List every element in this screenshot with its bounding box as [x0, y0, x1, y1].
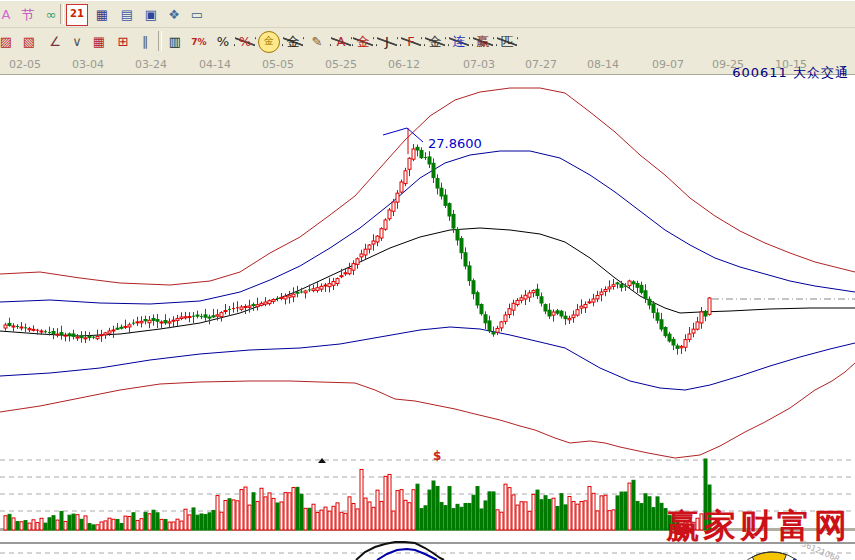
candle-body	[180, 317, 183, 318]
fill-hatch-icon[interactable]: ▨	[0, 31, 17, 53]
candle-body	[580, 306, 583, 308]
percent-line-icon[interactable]: 7%	[188, 31, 210, 53]
stock-code-label: 600611 大众交通	[732, 64, 849, 82]
candle-body	[240, 307, 243, 309]
candle-body	[500, 322, 503, 328]
candle-body	[352, 264, 355, 271]
candle-body	[60, 333, 63, 335]
candle-body	[12, 326, 15, 327]
volume-bar	[580, 501, 583, 530]
network-icon[interactable]: ❖	[163, 4, 185, 26]
candle-body	[212, 316, 215, 317]
hatch-icon[interactable]: ▧	[18, 31, 40, 53]
festival-icon[interactable]: 节	[17, 4, 39, 26]
volume-bar	[572, 502, 575, 530]
save-icon[interactable]: ▣	[140, 4, 162, 26]
volume-bar	[100, 522, 103, 530]
candle-body	[420, 150, 423, 157]
lian-line-icon[interactable]: 连	[448, 31, 470, 53]
volume-bar	[284, 493, 287, 530]
volume-bar	[576, 504, 579, 530]
volume-bar	[40, 518, 43, 530]
f-line-icon[interactable]: F	[400, 31, 422, 53]
gold-coin-icon[interactable]: 金	[258, 31, 280, 53]
volume-bar	[252, 493, 255, 530]
candle-body	[456, 230, 459, 240]
volume-bar	[116, 520, 119, 530]
middle-black-band	[0, 228, 855, 336]
volume-bar	[508, 488, 511, 530]
volume-bar	[264, 497, 267, 530]
gold-red-icon[interactable]: 金	[352, 31, 374, 53]
zigzag-icon[interactable]: ∨	[66, 31, 88, 53]
candle-body	[392, 202, 395, 211]
candle-body	[104, 333, 107, 335]
candle-body	[548, 310, 551, 316]
candle-body	[124, 326, 127, 327]
calendar-21-icon[interactable]: 21	[66, 4, 88, 26]
volume-bar	[204, 515, 207, 530]
candle-body	[472, 281, 475, 294]
grid-arrow-icon[interactable]: ⊞	[112, 31, 134, 53]
candle-body	[88, 336, 91, 337]
volume-bar	[528, 511, 531, 530]
notepad-icon[interactable]: ▤	[116, 4, 138, 26]
candle-body	[304, 291, 307, 293]
candle-body	[128, 325, 131, 327]
volume-bar	[332, 506, 335, 530]
candle-body	[384, 220, 387, 229]
candle-body	[536, 289, 539, 295]
volume-bar	[500, 512, 503, 530]
candle-body	[708, 298, 711, 314]
quote-columns-icon[interactable]: ▥	[164, 31, 186, 53]
ying-line-icon[interactable]: 赢	[472, 31, 494, 53]
volume-bar	[328, 511, 331, 530]
volume-bar	[216, 496, 219, 530]
volume-bar	[424, 506, 427, 530]
printer-icon[interactable]: ▭	[186, 4, 208, 26]
candle-body	[176, 319, 179, 321]
candle-body	[388, 210, 391, 219]
candle-body	[96, 337, 99, 339]
candle-body	[76, 337, 79, 338]
curve-knot-icon[interactable]: ∞	[40, 4, 62, 26]
percent-icon[interactable]: %	[212, 31, 234, 53]
volume-bar	[448, 487, 451, 530]
candle-body	[492, 332, 495, 334]
volume-bar	[296, 487, 299, 530]
volume-bar	[68, 515, 71, 530]
candle-body	[64, 335, 67, 336]
candle-body	[396, 193, 399, 202]
volume-bar	[96, 525, 99, 530]
candle-body	[692, 329, 695, 333]
volume-bar	[464, 504, 467, 530]
candle-body	[296, 292, 299, 293]
candle-body	[184, 317, 187, 318]
gold-line-icon[interactable]: 金	[282, 31, 304, 53]
chart-area[interactable]: 27.8600$	[0, 75, 855, 560]
wave-a-icon[interactable]: A	[330, 31, 352, 53]
volume-bar	[140, 519, 143, 530]
pi-line-icon[interactable]: 匹	[496, 31, 518, 53]
gold-slash-icon[interactable]: 金	[424, 31, 446, 53]
candle-body	[600, 292, 603, 295]
volume-bar	[172, 522, 175, 530]
volume-bar	[380, 501, 383, 530]
partial-icon[interactable]: A	[0, 4, 17, 26]
j-line-icon[interactable]: J	[376, 31, 398, 53]
percent-ruler-icon[interactable]: %	[234, 31, 256, 53]
candle-body	[512, 303, 515, 310]
volume-bar	[412, 490, 415, 530]
volume-bar	[408, 503, 411, 530]
candle-body	[112, 330, 115, 331]
candle-body	[208, 317, 211, 318]
volume-bar	[460, 507, 463, 530]
calculator-icon[interactable]: ▦	[91, 4, 113, 26]
grid-icon[interactable]: ▦	[88, 31, 110, 53]
candle-body	[292, 294, 295, 297]
channel-icon[interactable]: ∥	[134, 31, 156, 53]
volume-bar	[400, 490, 403, 530]
date-label: 04-14	[199, 58, 231, 71]
brush-icon[interactable]: ✎	[306, 31, 328, 53]
trendline-icon[interactable]: ∠	[44, 31, 66, 53]
